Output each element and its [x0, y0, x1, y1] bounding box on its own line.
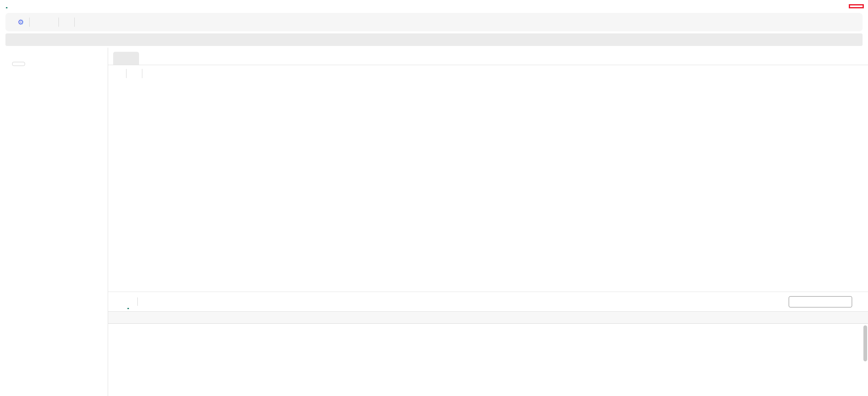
tab-results[interactable]	[127, 292, 129, 311]
tab-messages[interactable]	[115, 292, 116, 311]
query-activity-button	[46, 20, 56, 25]
duplicate-icon[interactable]	[860, 58, 862, 61]
divider	[29, 18, 30, 27]
divider	[74, 18, 75, 27]
download-project-button[interactable]	[77, 20, 88, 25]
warehouses-button[interactable]	[12, 62, 25, 66]
fix-query-errors-button	[155, 71, 166, 76]
top-nav-bar	[0, 0, 868, 13]
run-button[interactable]	[113, 71, 124, 76]
info-banner	[5, 33, 863, 46]
results-pane	[108, 292, 868, 396]
query-tab-sql-query-2[interactable]	[113, 52, 139, 65]
explain-query-button[interactable]	[145, 71, 155, 76]
ribbon-toolbar: ⚙	[5, 13, 863, 31]
divider	[58, 18, 59, 27]
gear-icon: ⚙	[18, 19, 24, 26]
tab-reporting[interactable]	[19, 4, 21, 8]
new-sql-query-button[interactable]	[32, 20, 46, 25]
divider	[142, 69, 142, 78]
query-workspace	[108, 48, 868, 396]
banner-text	[15, 37, 15, 43]
collapse-panel-button[interactable]	[99, 53, 101, 55]
close-tab-icon[interactable]	[132, 58, 134, 59]
results-grid	[108, 311, 868, 396]
endpoint-selector[interactable]	[849, 4, 864, 8]
save-as-view-button[interactable]	[129, 71, 139, 76]
search-input[interactable]	[789, 296, 852, 307]
query-toolbar	[108, 65, 868, 82]
collapse-results-button[interactable]	[859, 300, 861, 303]
explorer-tree	[5, 71, 108, 396]
query-tabstrip	[108, 48, 868, 65]
sql-editor[interactable]	[108, 82, 868, 292]
model-layouts-button[interactable]	[61, 20, 72, 25]
main-area	[0, 48, 868, 396]
tab-home[interactable]	[6, 4, 8, 8]
search-button[interactable]	[99, 63, 102, 65]
vertical-scrollbar[interactable]	[863, 325, 867, 361]
grid-header-row	[108, 311, 868, 324]
divider	[137, 297, 138, 306]
app-root: ⚙	[0, 0, 868, 396]
divider	[126, 69, 127, 78]
explorer-panel	[5, 48, 108, 396]
refresh-button[interactable]	[9, 20, 15, 25]
settings-button[interactable]: ⚙	[15, 16, 27, 28]
results-toolbar	[108, 292, 868, 311]
